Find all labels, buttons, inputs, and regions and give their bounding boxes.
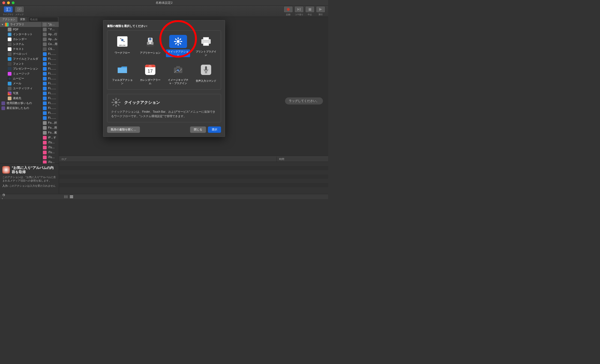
category-row[interactable]: ミュージック [0, 71, 41, 76]
action-row[interactable]: Fo…択 [41, 120, 59, 125]
action-row[interactable]: Fi…表示 [41, 106, 59, 110]
action-row[interactable]: CS…換 [41, 47, 59, 52]
category-row[interactable]: 使用回数が多いもの [0, 101, 41, 106]
category-row[interactable]: ファイルとフォルダ [0, 56, 41, 61]
library-toggle-button[interactable] [3, 6, 13, 13]
category-row[interactable]: インターネット [0, 32, 41, 37]
action-column[interactable]: "お…得"マ…示Ap…行Ap…ルCo…用CS…換Fi…適用Fi…てるFi…設定F… [41, 22, 59, 164]
category-row[interactable]: PDF [0, 27, 41, 32]
category-label: PDF [13, 28, 19, 31]
svg-point-19 [177, 40, 179, 43]
choose-button[interactable]: 選択 [208, 127, 221, 133]
action-row[interactable]: Ap…行 [41, 32, 59, 37]
category-row[interactable]: プレゼンテーション [0, 66, 41, 71]
category-row[interactable]: ユーティリティ [0, 86, 41, 91]
action-row[interactable]: Fi…適用 [41, 52, 59, 56]
record-button[interactable] [284, 6, 293, 13]
category-row[interactable]: システム [0, 42, 41, 47]
svg-rect-44 [112, 104, 115, 106]
workflow-icon: WFLOW [113, 35, 131, 48]
doctype-folderaction[interactable]: フォルダアクション [109, 62, 135, 87]
action-row[interactable]: Fi…える [41, 116, 59, 120]
category-icon [8, 33, 11, 36]
action-row[interactable]: Fi…移動 [41, 91, 59, 96]
action-icon [43, 87, 47, 91]
log-header-time[interactable]: 時間 [277, 157, 328, 162]
gear-menu-button[interactable]: ▾ [2, 193, 5, 199]
run-button[interactable] [316, 6, 325, 13]
svg-rect-24 [179, 38, 181, 40]
doctype-workflow[interactable]: WFLOWワークフロー [109, 34, 135, 59]
search-input[interactable] [33, 18, 56, 21]
category-row[interactable]: 写真 [0, 91, 41, 96]
category-row[interactable]: メール [0, 81, 41, 86]
action-row[interactable]: Fi…検索 [41, 101, 59, 106]
action-row[interactable]: Fi…複製 [41, 110, 59, 116]
media-icon [18, 8, 21, 11]
doctype-quickaction[interactable]: クイックアクション [165, 34, 191, 59]
doctype-printplugin[interactable]: プリントプラグイン [193, 34, 219, 59]
action-label: Fo…索 [48, 131, 57, 135]
action-row[interactable]: iTu…止 [41, 160, 59, 164]
search-icon [30, 18, 33, 21]
category-row[interactable]: ▼ライブラリ [0, 22, 41, 27]
doctype-application[interactable]: アプリケーション [137, 34, 163, 59]
action-row[interactable]: Fi…める [41, 66, 59, 71]
modal-buttons: 既存の書類を開く… 閉じる 選択 [107, 127, 221, 133]
open-existing-button[interactable]: 既存の書類を開く… [107, 127, 140, 133]
tab-actions[interactable]: アクション [0, 17, 18, 22]
tab-variables[interactable]: 変数 [18, 17, 28, 22]
stop-button[interactable] [305, 6, 315, 13]
action-row[interactable]: "マ…示 [41, 27, 59, 32]
action-row[interactable]: Fo…索 [41, 130, 59, 135]
category-row[interactable]: テキスト [0, 47, 41, 52]
list-view-icon[interactable] [70, 195, 73, 198]
action-row[interactable]: iP…す [41, 135, 59, 140]
action-row[interactable]: iTu…定 [41, 145, 59, 150]
category-icon [8, 62, 11, 66]
action-row[interactable]: "お…得 [41, 22, 59, 27]
category-row[interactable]: カレンダー [0, 37, 41, 42]
action-row[interactable]: Fi…設定 [41, 61, 59, 66]
action-label: iTu…止 [48, 160, 57, 164]
action-label: Fi…設定 [48, 62, 57, 66]
search-field-wrap[interactable] [29, 17, 58, 22]
media-toggle-button[interactable] [15, 6, 24, 13]
action-row[interactable]: iTu…定 [41, 150, 59, 155]
category-label: ユーティリティ [13, 86, 33, 91]
maximize-window-button[interactable] [12, 1, 15, 4]
application-icon [141, 35, 159, 48]
action-row[interactable]: Fi…変更 [41, 71, 59, 76]
action-row[interactable]: iTu…定 [41, 155, 59, 160]
category-row[interactable]: フォント [0, 61, 41, 66]
doctype-calendaralarm[interactable]: JUL17カレンダーアラーム [137, 62, 163, 87]
category-row[interactable]: ムービー [0, 76, 41, 81]
log-header-log[interactable]: ログ [59, 157, 277, 162]
svg-rect-10 [70, 198, 73, 198]
action-label: CS…換 [48, 47, 57, 51]
step-button[interactable] [294, 6, 304, 13]
action-row[interactable]: Fi…ント [41, 86, 59, 91]
doctype-dictation[interactable]: 音声入力コマンド [193, 62, 219, 87]
doctype-label: 音声入力コマンド [194, 78, 218, 84]
action-row[interactable]: Fi…てる [41, 56, 59, 61]
titlebar: 名称未設定2 [0, 0, 328, 6]
category-row[interactable]: デベロッパ [0, 52, 41, 56]
category-row[interactable]: 最近追加したもの [0, 106, 41, 110]
action-row[interactable]: Ap…ル [41, 37, 59, 42]
action-row[interactable]: Co…用 [41, 42, 59, 47]
action-row[interactable]: Fi…開く [41, 96, 59, 101]
action-row[interactable]: Fo…用 [41, 125, 59, 130]
category-row[interactable]: 連絡先 [0, 96, 41, 101]
close-window-button[interactable] [2, 1, 5, 4]
doctype-imagecapture[interactable]: イメージキャプチャ・プラグイン [165, 62, 191, 87]
action-row[interactable]: Fi…ピー [41, 76, 59, 81]
action-row[interactable]: iTu…定 [41, 140, 59, 145]
action-row[interactable]: Fi…るく [41, 81, 59, 86]
modal-desc-title: クイックアクション [124, 100, 160, 105]
minimize-window-button[interactable] [7, 1, 10, 4]
close-button[interactable]: 閉じる [190, 127, 206, 133]
category-column[interactable]: ▼ライブラリPDFインターネットカレンダーシステムテキストデベロッパファイルとフ… [0, 22, 41, 164]
action-label: Fo…用 [48, 126, 57, 130]
flow-view-icon[interactable] [64, 195, 67, 198]
